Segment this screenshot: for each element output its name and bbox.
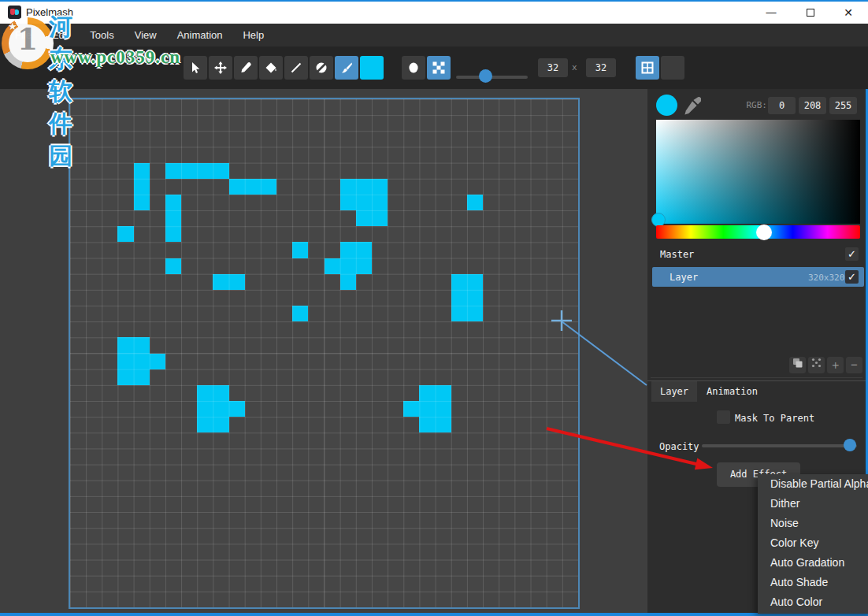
pixel-cell[interactable]	[356, 258, 372, 274]
pixel-cell[interactable]	[134, 369, 150, 385]
select-tool-button[interactable]	[184, 56, 207, 80]
effect-item-dither[interactable]: Dither	[758, 494, 868, 514]
hue-slider-handle[interactable]	[756, 225, 772, 240]
pixel-cell[interactable]	[467, 195, 483, 210]
minimize-button[interactable]: —	[755, 2, 788, 24]
pixel-cell[interactable]	[213, 417, 228, 432]
duplicate-layer-button[interactable]	[789, 357, 806, 373]
current-color-swatch[interactable]	[360, 56, 384, 80]
pixel-cell[interactable]	[134, 195, 150, 210]
pixel-cell[interactable]	[356, 179, 372, 195]
pixel-canvas[interactable]	[69, 98, 580, 609]
pixel-cell[interactable]	[436, 417, 451, 432]
close-button[interactable]: ✕	[832, 2, 865, 24]
pixel-cell[interactable]	[356, 195, 372, 210]
menu-animation[interactable]: Animation	[167, 24, 233, 46]
pixel-cell[interactable]	[197, 401, 213, 417]
pixel-cell[interactable]	[165, 163, 181, 179]
layer-visibility-checkbox[interactable]: ✓	[845, 270, 859, 284]
opacity-slider-track[interactable]	[702, 444, 857, 447]
rgb-red-value[interactable]: 0	[768, 97, 796, 114]
pixel-cell[interactable]	[229, 401, 245, 417]
pixel-cell[interactable]	[117, 337, 133, 353]
pixel-cell[interactable]	[165, 226, 181, 242]
add-layer-button[interactable]: ＋	[827, 357, 844, 373]
layer-row[interactable]: Layer 320x320 ✓	[652, 267, 864, 287]
pixel-cell[interactable]	[436, 385, 451, 401]
pixel-cell[interactable]	[356, 210, 372, 226]
remove-layer-button[interactable]: −	[846, 357, 862, 373]
pixel-cell[interactable]	[213, 385, 228, 401]
blank-toggle-button[interactable]	[661, 56, 684, 80]
menu-view[interactable]: View	[124, 24, 167, 46]
ellipse-brush-button[interactable]	[402, 56, 425, 80]
pixel-cell[interactable]	[419, 401, 435, 417]
pixel-cell[interactable]	[340, 274, 356, 290]
pixel-cell[interactable]	[150, 354, 165, 369]
pixel-cell[interactable]	[340, 179, 356, 195]
pixel-cell[interactable]	[467, 274, 483, 290]
pixel-cell[interactable]	[213, 163, 228, 179]
effect-item-auto-color[interactable]: Auto Color	[758, 592, 868, 612]
line-tool-button[interactable]	[284, 56, 308, 80]
maximize-button[interactable]	[794, 2, 827, 24]
pixel-cell[interactable]	[165, 258, 181, 274]
menu-edit[interactable]: Edit	[42, 24, 80, 46]
pixel-cell[interactable]	[467, 290, 483, 306]
pixel-cell[interactable]	[165, 210, 181, 226]
mask-to-parent-checkbox[interactable]	[717, 410, 730, 424]
pixel-cell[interactable]	[197, 417, 213, 432]
pixel-cell[interactable]	[229, 179, 245, 195]
pixel-cell[interactable]	[419, 417, 435, 432]
pencil-tool-button[interactable]	[234, 56, 258, 80]
effect-item-auto-shade[interactable]: Auto Shade	[758, 573, 868, 592]
pixel-cell[interactable]	[245, 179, 261, 195]
effect-item-color-key[interactable]: Color Key	[758, 533, 868, 553]
pixel-cell[interactable]	[197, 385, 213, 401]
pixel-cell[interactable]	[325, 258, 340, 274]
pixel-cell[interactable]	[213, 274, 228, 290]
fill-tool-button[interactable]	[259, 56, 283, 80]
effect-item-disable-partial-alpha[interactable]: Disable Partial Alpha	[758, 474, 868, 494]
pixel-cell[interactable]	[436, 401, 451, 417]
pixel-cell[interactable]	[372, 195, 388, 210]
rgb-green-value[interactable]: 208	[799, 97, 826, 114]
pixel-cell[interactable]	[134, 163, 150, 179]
pixel-cell[interactable]	[134, 354, 150, 369]
pixel-cell[interactable]	[261, 179, 276, 195]
pixel-cell[interactable]	[165, 195, 181, 210]
pixel-cell[interactable]	[451, 274, 467, 290]
pixel-cell[interactable]	[372, 210, 388, 226]
grid-toggle-button[interactable]	[636, 56, 659, 80]
pixel-cell[interactable]	[403, 401, 419, 417]
checker-brush-button[interactable]	[427, 56, 451, 80]
current-color-circle[interactable]	[656, 95, 677, 116]
canvas-height-input[interactable]	[586, 58, 616, 77]
arrange-layer-button[interactable]	[808, 357, 825, 373]
tab-animation[interactable]: Animation	[703, 381, 762, 402]
pixel-cell[interactable]	[117, 354, 133, 369]
pixel-cell[interactable]	[340, 195, 356, 210]
pixel-cell[interactable]	[181, 163, 197, 179]
master-visibility-checkbox[interactable]: ✓	[845, 247, 859, 261]
pixel-cell[interactable]	[197, 163, 213, 179]
opacity-slider-thumb[interactable]	[844, 439, 856, 451]
pixel-cell[interactable]	[419, 385, 435, 401]
effect-item-noise[interactable]: Noise	[758, 514, 868, 533]
pixel-cell[interactable]	[134, 337, 150, 353]
pixel-cell[interactable]	[451, 290, 467, 306]
saturation-value-box[interactable]	[656, 120, 860, 224]
eyedropper-icon[interactable]	[682, 95, 701, 119]
invert-tool-button[interactable]	[310, 56, 333, 80]
pixel-cell[interactable]	[340, 258, 356, 274]
move-tool-button[interactable]	[209, 56, 232, 80]
menu-file[interactable]: File	[5, 24, 42, 46]
menu-tools[interactable]: Tools	[80, 24, 124, 46]
pixel-cell[interactable]	[356, 242, 372, 258]
brush-size-slider-thumb[interactable]	[479, 69, 492, 83]
menu-help[interactable]: Help	[232, 24, 274, 46]
pixel-cell[interactable]	[213, 401, 228, 417]
pixel-cell[interactable]	[229, 274, 245, 290]
canvas-width-input[interactable]	[538, 58, 568, 77]
tab-layer[interactable]: Layer	[651, 381, 697, 402]
